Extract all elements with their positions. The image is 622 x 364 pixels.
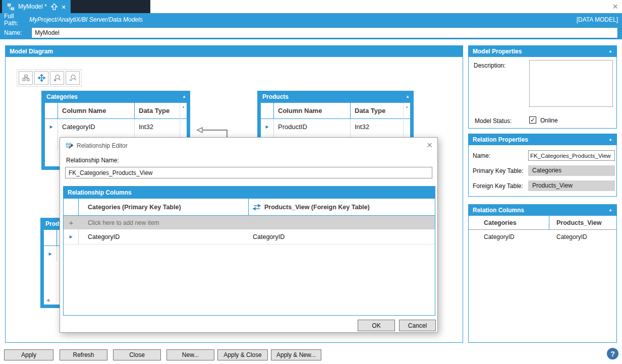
full-path-label: Full Path: — [0, 13, 29, 27]
relationship-name-label: Relationship Name: — [66, 157, 119, 164]
new-button[interactable]: New... — [166, 349, 214, 360]
dialog-close-icon[interactable]: × — [427, 139, 432, 152]
table-row[interactable]: ▶ ProductID Int32 — [261, 119, 410, 134]
diagram-toolbar — [17, 69, 82, 87]
navigate-up-icon[interactable] — [50, 3, 58, 11]
data-model-icon — [7, 3, 15, 11]
relationship-column-row[interactable]: ▶ CategoryID CategoryID — [64, 229, 435, 245]
fk-column-cell: CategoryID — [549, 233, 616, 240]
relation-columns-header[interactable]: Relation Columns ▲ — [469, 205, 616, 216]
close-button[interactable]: Close — [113, 349, 161, 360]
primary-key-table-label: Primary Key Table: — [473, 167, 523, 174]
org-chart-icon — [22, 74, 30, 82]
online-checkbox[interactable]: ✓ — [529, 116, 536, 124]
data-type-header: Data Type — [135, 103, 187, 118]
categories-column-header[interactable]: Categories — [469, 216, 549, 229]
move-icon — [38, 74, 45, 82]
model-diagram-header: Model Diagram — [6, 46, 463, 57]
collapse-icon[interactable]: ▲ — [608, 134, 612, 145]
window-close-icon[interactable]: × — [612, 1, 618, 12]
relation-columns-grid-header: Categories Products_View — [469, 216, 616, 230]
collapse-icon[interactable]: ▲ — [608, 46, 612, 57]
relationship-name-input[interactable] — [65, 167, 432, 178]
foreign-key-table-value: Products_View — [528, 180, 615, 191]
scroll-up-icon[interactable]: ▲ — [182, 105, 185, 108]
model-name-input[interactable] — [31, 27, 618, 38]
table-row[interactable]: ▶ CategoryID Int32 — [45, 119, 187, 134]
auto-layout-button[interactable] — [19, 71, 33, 85]
relation-columns-title: Relation Columns — [473, 207, 524, 214]
relation-column-row[interactable]: CategoryID CategoryID — [469, 230, 616, 244]
add-new-item-label: Click here to add new item — [79, 219, 159, 226]
refresh-button[interactable]: Refresh — [60, 349, 107, 360]
data-type-header: Data Type — [351, 103, 410, 118]
description-label: Description: — [474, 62, 505, 69]
foreign-key-table-column-header[interactable]: Products_View (Foreign Key Table) — [249, 199, 435, 215]
collapse-icon[interactable]: ▲ — [608, 205, 612, 216]
name-bar: Name: — [0, 26, 622, 39]
checkmark-icon: ✓ — [530, 117, 535, 123]
primary-key-table-value: Categories — [528, 165, 615, 176]
relation-name-label: Name: — [473, 152, 490, 159]
relation-columns-panel: Relation Columns ▲ Categories Products_V… — [468, 204, 617, 343]
scroll-left-icon[interactable]: ◀ — [46, 298, 49, 302]
tab-close-icon[interactable]: × — [62, 3, 66, 11]
products-view-column-header[interactable]: Products_View — [549, 219, 616, 226]
apply-and-close-button[interactable]: Apply & Close — [217, 349, 268, 360]
pan-button[interactable] — [34, 71, 48, 85]
row-marker-icon: ▶ — [48, 252, 51, 256]
add-icon: + — [64, 218, 79, 227]
row-marker-icon: ▶ — [49, 125, 52, 129]
model-properties-header[interactable]: Model Properties ▲ — [469, 46, 616, 57]
apply-button[interactable]: Apply — [4, 349, 53, 360]
description-textarea[interactable] — [529, 60, 613, 107]
relation-properties-header[interactable]: Relation Properties ▲ — [469, 134, 616, 145]
add-new-item-row[interactable]: + Click here to add new item — [64, 216, 435, 229]
name-label: Name: — [0, 29, 29, 36]
collapse-icon[interactable]: ▲ — [182, 91, 186, 103]
fk-column-cell[interactable]: CategoryID — [249, 233, 435, 240]
relationship-columns-section: Relationship Columns Categories (Primary… — [63, 186, 435, 316]
scroll-up-icon[interactable]: ▲ — [405, 105, 409, 108]
products-table-header[interactable]: Products ▲ — [257, 91, 414, 103]
model-status-label: Model Status: — [475, 117, 512, 125]
dialog-title: Relationship Editor — [77, 142, 128, 149]
pk-column-cell[interactable]: CategoryID — [79, 233, 249, 240]
tab-strip: MyModel * × × — [0, 0, 622, 13]
tab-title: MyModel * — [18, 3, 47, 10]
online-checkbox-label: Online — [540, 117, 558, 124]
primary-key-table-column-header[interactable]: Categories (Primary Key Table) — [79, 199, 249, 215]
ok-button[interactable]: OK — [358, 320, 395, 331]
zoom-out-icon — [69, 74, 77, 82]
relation-properties-panel: Relation Properties ▲ Name: Primary Key … — [468, 134, 617, 197]
relationship-editor-dialog: Relationship Editor × Relationship Name:… — [60, 137, 438, 333]
zoom-out-button[interactable] — [66, 71, 80, 85]
relationship-columns-header: Relationship Columns — [64, 187, 435, 199]
products-grid-header: Column Name Data Type — [261, 103, 410, 119]
zoom-in-button[interactable] — [50, 71, 64, 85]
model-properties-panel: Model Properties ▲ Description: Model St… — [468, 45, 617, 129]
relationship-editor-icon — [66, 142, 73, 149]
model-properties-title: Model Properties — [473, 48, 522, 55]
column-name-header: Column Name — [58, 103, 135, 118]
row-marker-icon: ▶ — [69, 234, 72, 239]
full-path-bar: Full Path: MyProject/AnalytiX/BI Server/… — [0, 13, 622, 26]
categories-table-header[interactable]: Categories ▲ — [41, 91, 190, 103]
relation-name-input[interactable] — [528, 150, 615, 161]
help-button[interactable]: ? — [607, 348, 618, 359]
full-path-value: MyProject/AnalytiX/BI Server/Data Models — [29, 16, 143, 23]
foreign-key-table-label: Foreign Key Table: — [473, 183, 523, 190]
apply-and-new-button[interactable]: Apply & New... — [271, 349, 321, 360]
categories-table-title: Categories — [46, 93, 78, 100]
data-model-badge: [DATA MODEL] — [577, 16, 622, 23]
collapse-icon[interactable]: ▲ — [406, 91, 410, 103]
zoom-in-icon — [53, 74, 61, 82]
pk-column-cell: CategoryID — [469, 230, 549, 244]
tab-mymodel[interactable]: MyModel * × — [2, 0, 71, 13]
footer-bar: Apply Refresh Close New... Apply & Close… — [0, 347, 622, 364]
cancel-button[interactable]: Cancel — [399, 320, 436, 331]
column-name-header: Column Name — [274, 103, 351, 118]
relationship-columns-grid-header: Categories (Primary Key Table) Products_… — [64, 199, 435, 216]
row-marker-icon: ▶ — [265, 125, 268, 129]
relation-properties-title: Relation Properties — [473, 136, 528, 143]
